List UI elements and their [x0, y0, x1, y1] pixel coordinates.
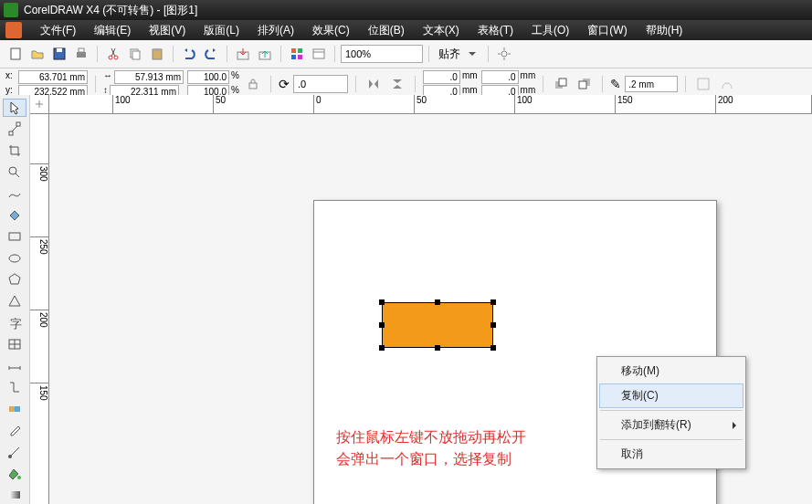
menu-layout[interactable]: 版面(L): [195, 23, 248, 38]
lock-ratio-button[interactable]: [243, 74, 263, 94]
menu-arrange[interactable]: 排列(A): [248, 23, 303, 38]
svg-point-27: [9, 167, 16, 174]
convert-curves-button[interactable]: [717, 74, 737, 94]
connector-tool[interactable]: [3, 379, 26, 397]
smart-fill-tool[interactable]: [3, 206, 26, 225]
mirror-v-button[interactable]: [387, 74, 407, 94]
handle-s[interactable]: [435, 345, 440, 351]
export-button[interactable]: [255, 44, 275, 64]
menu-file[interactable]: 文件(F): [31, 23, 85, 38]
annotation-text: 按住鼠标左键不放拖动再松开 会弹出一个窗口，选择复制: [336, 426, 526, 470]
vertical-ruler[interactable]: 300250200150: [30, 113, 49, 504]
to-back-button[interactable]: [575, 74, 595, 94]
fill-tool[interactable]: [3, 465, 26, 483]
menu-bar: 文件(F) 编辑(E) 视图(V) 版面(L) 排列(A) 效果(C) 位图(B…: [0, 20, 812, 40]
print-button[interactable]: [71, 44, 91, 64]
app-launcher-button[interactable]: [287, 44, 307, 64]
mirror-h-button[interactable]: [364, 74, 384, 94]
width-icon: ↔: [103, 70, 112, 84]
ctx-copy[interactable]: 复制(C): [599, 383, 743, 408]
rectangle-tool[interactable]: [3, 227, 26, 246]
menu-view[interactable]: 视图(V): [140, 23, 195, 38]
snap-dropdown[interactable]: [462, 44, 482, 64]
size-group: ↔ ↕: [103, 70, 184, 99]
svg-rect-36: [9, 491, 20, 499]
paste-button[interactable]: [147, 44, 167, 64]
selected-rectangle[interactable]: [382, 302, 493, 348]
corner-x-input[interactable]: [481, 70, 519, 84]
text-tool[interactable]: 字: [3, 314, 26, 332]
open-button[interactable]: [27, 44, 47, 64]
width-input[interactable]: [114, 70, 184, 84]
handle-nw[interactable]: [379, 299, 385, 305]
menu-table[interactable]: 表格(T): [469, 23, 522, 38]
scale-x-input[interactable]: [187, 70, 229, 84]
handle-e[interactable]: [490, 322, 496, 328]
app-logo-icon: [4, 3, 18, 17]
copy-button[interactable]: [125, 44, 145, 64]
snap-label[interactable]: 贴齐: [438, 47, 460, 62]
interactive-fill-tool[interactable]: [3, 486, 26, 504]
dup-x-input[interactable]: [423, 70, 460, 84]
save-button[interactable]: [49, 44, 69, 64]
zoom-tool[interactable]: [3, 163, 26, 182]
redo-button[interactable]: [201, 44, 221, 64]
title-bar: CorelDRAW X4 (不可转售) - [图形1]: [0, 0, 812, 20]
canvas[interactable]: 按住鼠标左键不放拖动再松开 会弹出一个窗口，选择复制 移动(M) 复制(C) 添…: [48, 113, 812, 504]
svg-point-29: [9, 255, 20, 262]
polygon-tool[interactable]: [3, 271, 26, 289]
import-button[interactable]: [233, 44, 253, 64]
rotation-input[interactable]: [293, 75, 348, 93]
svg-rect-23: [579, 81, 586, 89]
handle-sw[interactable]: [379, 345, 385, 351]
svg-point-5: [109, 56, 112, 59]
horizontal-ruler[interactable]: 10050050100150200250: [48, 95, 812, 114]
menu-text[interactable]: 文本(X): [414, 23, 469, 38]
svg-point-6: [114, 56, 118, 59]
menu-window[interactable]: 窗口(W): [578, 23, 636, 38]
eyedropper-tool[interactable]: [3, 422, 26, 440]
handle-se[interactable]: [490, 345, 496, 351]
handle-n[interactable]: [435, 299, 440, 305]
svg-rect-14: [298, 48, 302, 53]
menu-help[interactable]: 帮助(H): [637, 23, 692, 38]
annotation-line1: 按住鼠标左键不放拖动再松开: [336, 426, 526, 448]
new-button[interactable]: [5, 44, 26, 64]
svg-rect-19: [249, 83, 257, 89]
welcome-button[interactable]: [309, 44, 329, 64]
outline-width-input[interactable]: [625, 76, 678, 92]
handle-w[interactable]: [379, 322, 385, 328]
annotation-line2: 会弹出一个窗口，选择复制: [336, 448, 526, 470]
position-group: x: y:: [5, 70, 88, 99]
menu-effects[interactable]: 效果(C): [303, 23, 359, 38]
ctx-add-to-flip[interactable]: 添加到翻转(R): [599, 413, 743, 437]
wrap-text-button[interactable]: [693, 74, 713, 94]
basic-shapes-tool[interactable]: [3, 292, 26, 310]
table-tool[interactable]: [3, 335, 26, 353]
dimension-tool[interactable]: [3, 357, 26, 375]
zoom-input[interactable]: [341, 45, 423, 63]
interactive-tool[interactable]: [3, 400, 26, 418]
shape-tool[interactable]: [3, 121, 26, 139]
undo-button[interactable]: [179, 44, 199, 64]
to-front-button[interactable]: [551, 74, 571, 94]
menu-bitmap[interactable]: 位图(B): [359, 23, 414, 38]
svg-point-18: [501, 51, 507, 57]
handle-ne[interactable]: [490, 299, 496, 305]
svg-rect-8: [132, 51, 140, 59]
x-input[interactable]: [18, 70, 88, 84]
options-button[interactable]: [494, 44, 514, 64]
context-menu: 移动(M) 复制(C) 添加到翻转(R) 取消: [596, 356, 746, 469]
menu-tools[interactable]: 工具(O): [522, 23, 578, 38]
ruler-origin[interactable]: [30, 95, 49, 114]
cut-button[interactable]: [103, 44, 123, 64]
outline-tool[interactable]: [3, 443, 26, 461]
menu-edit[interactable]: 编辑(E): [85, 23, 140, 38]
crop-tool[interactable]: [3, 142, 26, 160]
ellipse-tool[interactable]: [3, 249, 26, 268]
ctx-move[interactable]: 移动(M): [599, 359, 743, 383]
svg-rect-28: [9, 233, 20, 240]
freehand-tool[interactable]: [3, 184, 26, 203]
ctx-cancel[interactable]: 取消: [599, 442, 743, 467]
pick-tool[interactable]: [3, 99, 26, 117]
